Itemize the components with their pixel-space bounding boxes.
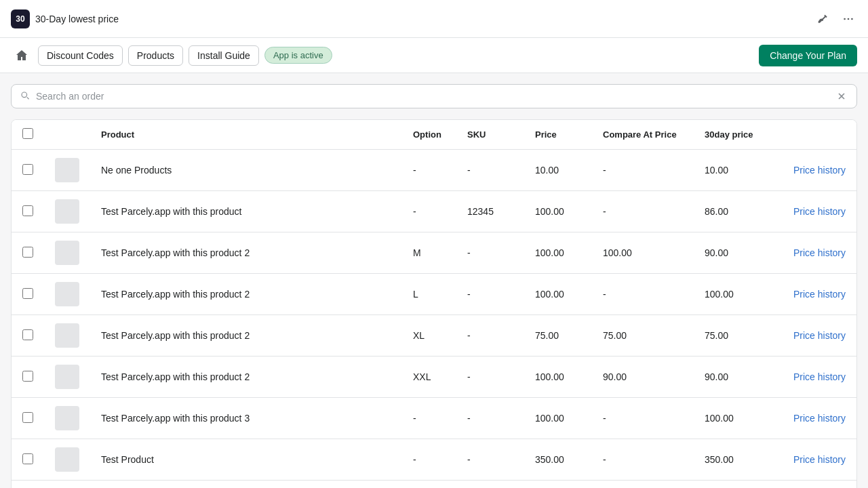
row-30day-price: 100.00 xyxy=(694,398,775,439)
row-product-name: Test Parcely.app with this product 2 xyxy=(90,357,402,398)
row-checkbox[interactable] xyxy=(22,453,33,464)
products-button[interactable]: Products xyxy=(128,45,183,66)
main-content: Product Option SKU Price Compare At Pric… xyxy=(0,73,868,488)
search-bar xyxy=(11,84,857,108)
row-action-cell: Price history xyxy=(775,357,856,398)
row-action-cell: Price history xyxy=(775,274,856,315)
nav-bar-left: Discount Codes Products Install Guide Ap… xyxy=(11,45,332,66)
top-bar-left: 30 30-Day lowest price xyxy=(11,9,119,28)
row-checkbox[interactable] xyxy=(22,247,33,258)
install-guide-button[interactable]: Install Guide xyxy=(189,45,259,66)
table-row: Test Parcely.app with this product - 123… xyxy=(12,191,856,232)
table-header-row: Product Option SKU Price Compare At Pric… xyxy=(12,120,856,150)
row-checkbox-cell xyxy=(12,315,44,357)
row-sku: - xyxy=(456,232,524,274)
row-action-cell: Price history xyxy=(775,191,856,232)
row-product-name: Test Product xyxy=(90,439,402,481)
price-history-link[interactable]: Price history xyxy=(793,454,846,465)
table-row: Test Parcely.app with this product 2 M -… xyxy=(12,232,856,274)
row-product-name: Test Parcely.app with this product 2 xyxy=(90,315,402,357)
row-checkbox[interactable] xyxy=(22,288,33,299)
header-product: Product xyxy=(90,120,402,150)
row-thumb-cell xyxy=(44,274,90,315)
row-30day-price: 75.00 xyxy=(694,315,775,357)
price-history-link[interactable]: Price history xyxy=(793,247,846,258)
table-row: Test Parcely.app with this product 2 XXL… xyxy=(12,357,856,398)
row-30day-price: 100.00 xyxy=(694,274,775,315)
row-sku: - xyxy=(456,274,524,315)
row-action-cell: Price history xyxy=(775,315,856,357)
nav-bar: Discount Codes Products Install Guide Ap… xyxy=(0,38,868,73)
change-plan-button[interactable]: Change Your Plan xyxy=(759,45,857,66)
price-history-link[interactable]: Price history xyxy=(793,413,846,424)
table-row: Test Parcely.app with this product 3 - -… xyxy=(12,398,856,439)
table-row: Ne one Products - - 10.00 - 10.00 Price … xyxy=(12,150,856,191)
row-checkbox-cell xyxy=(12,481,44,489)
price-history-link[interactable]: Price history xyxy=(793,289,846,300)
table-row: Test Product - - 350.00 - 350.00 Price h… xyxy=(12,439,856,481)
row-thumb-cell xyxy=(44,150,90,191)
more-options-button[interactable] xyxy=(840,10,857,28)
home-button[interactable] xyxy=(11,45,33,66)
app-status-badge: App is active xyxy=(264,47,332,64)
row-checkbox[interactable] xyxy=(22,205,33,216)
header-thumb-col xyxy=(44,120,90,150)
svg-point-2 xyxy=(851,18,853,20)
product-thumbnail xyxy=(55,365,79,389)
product-thumbnail xyxy=(55,241,79,265)
table-row: Test robot product 3000 - - 10.00 - 10.0… xyxy=(12,481,856,489)
row-option: - xyxy=(402,398,456,439)
row-action-cell: Price history xyxy=(775,150,856,191)
row-30day-price: 10.00 xyxy=(694,150,775,191)
row-compare-at-price: - xyxy=(592,150,694,191)
price-history-link[interactable]: Price history xyxy=(793,371,846,382)
price-history-link[interactable]: Price history xyxy=(793,206,846,217)
row-product-name: Test Parcely.app with this product 2 xyxy=(90,232,402,274)
row-checkbox-cell xyxy=(12,357,44,398)
top-bar: 30 30-Day lowest price xyxy=(0,0,868,38)
search-input[interactable] xyxy=(36,91,835,102)
row-option: - xyxy=(402,191,456,232)
header-sku: SKU xyxy=(456,120,524,150)
top-bar-right xyxy=(814,10,857,28)
pin-icon-button[interactable] xyxy=(814,10,831,28)
row-product-name: Test Parcely.app with this product xyxy=(90,191,402,232)
clear-search-button[interactable] xyxy=(835,89,848,103)
row-compare-at-price: 100.00 xyxy=(592,232,694,274)
row-price: 100.00 xyxy=(524,357,592,398)
row-price: 75.00 xyxy=(524,315,592,357)
row-action-cell: Price history xyxy=(775,232,856,274)
header-option: Option xyxy=(402,120,456,150)
discount-codes-button[interactable]: Discount Codes xyxy=(38,45,123,66)
table-row: Test Parcely.app with this product 2 L -… xyxy=(12,274,856,315)
row-thumb-cell xyxy=(44,481,90,489)
product-thumbnail xyxy=(55,199,79,224)
row-option: L xyxy=(402,274,456,315)
row-compare-at-price: - xyxy=(592,191,694,232)
row-checkbox[interactable] xyxy=(22,329,33,340)
products-table: Product Option SKU Price Compare At Pric… xyxy=(12,120,856,488)
header-30day-price: 30day price xyxy=(694,120,775,150)
header-action xyxy=(775,120,856,150)
row-action-cell: Price history xyxy=(775,481,856,489)
select-all-checkbox[interactable] xyxy=(22,128,33,139)
row-checkbox[interactable] xyxy=(22,412,33,423)
row-price: 100.00 xyxy=(524,232,592,274)
row-option: M xyxy=(402,232,456,274)
search-icon xyxy=(20,90,31,103)
product-thumbnail xyxy=(55,447,79,472)
row-product-name: Test robot product 3000 xyxy=(90,481,402,489)
svg-point-0 xyxy=(844,18,846,20)
price-history-link[interactable]: Price history xyxy=(793,330,846,341)
row-checkbox[interactable] xyxy=(22,371,33,382)
row-price: 10.00 xyxy=(524,150,592,191)
row-checkbox[interactable] xyxy=(22,164,33,175)
row-option: - xyxy=(402,439,456,481)
row-compare-at-price: - xyxy=(592,398,694,439)
svg-point-1 xyxy=(848,18,850,20)
header-checkbox-col xyxy=(12,120,44,150)
price-history-link[interactable]: Price history xyxy=(793,165,846,176)
row-checkbox-cell xyxy=(12,191,44,232)
row-compare-at-price: - xyxy=(592,274,694,315)
row-price: 100.00 xyxy=(524,274,592,315)
